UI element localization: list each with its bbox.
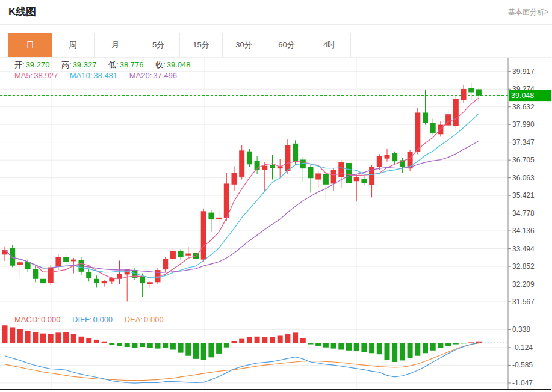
macd-histogram: [2, 325, 482, 362]
tab-month[interactable]: 月: [95, 33, 137, 57]
tab-30min[interactable]: 30分: [223, 33, 265, 57]
high-label: 高:: [61, 60, 72, 69]
kline-chart-canvas[interactable]: 39.91739.27438.63237.99037.34736.70536.0…: [0, 0, 552, 392]
low-value: 38.776: [120, 60, 144, 69]
svg-text:31.567: 31.567: [512, 298, 535, 306]
open-value: 39.270: [26, 60, 50, 69]
fundamental-analysis-link[interactable]: 基本面分析>: [508, 7, 548, 17]
svg-text:32.209: 32.209: [512, 280, 535, 289]
page-title: K线图: [8, 5, 36, 19]
tab-day[interactable]: 日: [8, 33, 52, 57]
ma20-label: MA20:: [129, 71, 152, 80]
open-label: 开:: [14, 60, 25, 69]
ma10-label: MA10:: [70, 71, 93, 80]
dea-label: DEA:: [125, 315, 143, 324]
svg-text:-0.585: -0.585: [512, 361, 533, 369]
macd-value: 0.000: [41, 315, 61, 324]
diff-value: 0.000: [93, 315, 113, 324]
close-value: 39.048: [167, 60, 191, 69]
last-price-tag: 39.048: [509, 90, 551, 101]
ma-readout: MA5:38.927 MA10:38.481 MA20:37.496: [14, 71, 187, 80]
low-label: 低:: [108, 60, 119, 69]
ohlc-readout: 开:39.270 高:39.327 低:38.776 收:39.048: [14, 60, 200, 70]
svg-text:34.778: 34.778: [512, 209, 535, 218]
title-divider: [0, 24, 552, 25]
svg-text:-0.124: -0.124: [512, 343, 533, 352]
svg-text:39.917: 39.917: [512, 67, 535, 76]
timeframe-tabs: 日 周 月 5分 15分 30分 60分 4时: [8, 33, 351, 57]
ma5-label: MA5:: [14, 71, 33, 80]
close-label: 收:: [155, 60, 166, 69]
svg-text:38.632: 38.632: [512, 103, 535, 111]
svg-text:33.494: 33.494: [512, 245, 535, 253]
tab-week[interactable]: 周: [52, 33, 95, 57]
candles-layer: [2, 83, 482, 302]
macd-readout: MACD:0.000 DIFF:0.000 DEA:0.000: [14, 315, 173, 324]
ma10-value: 38.481: [93, 71, 117, 80]
svg-text:35.421: 35.421: [512, 191, 535, 200]
tab-60min[interactable]: 60分: [265, 33, 308, 57]
svg-text:36.063: 36.063: [512, 174, 535, 182]
svg-text:32.852: 32.852: [512, 262, 535, 271]
svg-text:37.347: 37.347: [512, 138, 535, 147]
dea-value: 0.000: [144, 315, 164, 324]
tab-15min[interactable]: 15分: [180, 33, 223, 57]
svg-text:0.338: 0.338: [512, 325, 530, 334]
high-value: 39.327: [73, 60, 97, 69]
diff-label: DIFF:: [72, 315, 92, 324]
svg-text:37.990: 37.990: [512, 120, 535, 129]
macd-label: MACD:: [14, 315, 40, 324]
svg-text:-1.047: -1.047: [512, 379, 533, 387]
svg-text:34.136: 34.136: [512, 227, 535, 235]
tab-4hour[interactable]: 4时: [308, 33, 351, 57]
ma20-value: 37.496: [153, 71, 177, 80]
svg-text:36.705: 36.705: [512, 156, 535, 164]
tab-5min[interactable]: 5分: [137, 33, 180, 57]
ma5-line: [5, 98, 479, 279]
price-axis-labels: 39.91739.27438.63237.99037.34736.70536.0…: [508, 67, 535, 306]
ma5-value: 38.927: [34, 71, 58, 80]
macd-axis-labels: 0.338-0.124-0.585-1.047: [508, 325, 533, 387]
svg-text:39.048: 39.048: [511, 91, 534, 100]
kline-widget: 39.91739.27438.63237.99037.34736.70536.0…: [0, 0, 552, 392]
